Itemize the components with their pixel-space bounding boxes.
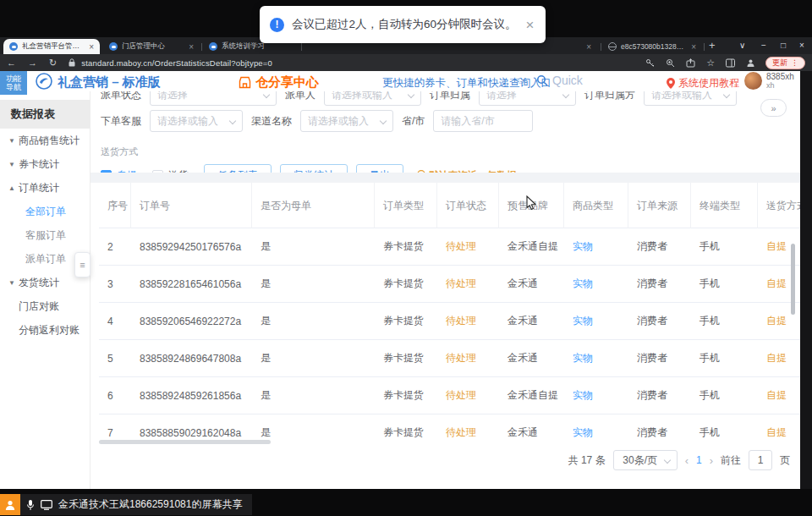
current-page[interactable]: 1 (696, 454, 702, 466)
profile-icon[interactable] (746, 58, 755, 68)
window-close-button[interactable]: × (799, 41, 804, 51)
filter-row-1: 派单状态 派单人 订单归属 订单归属方 (91, 91, 800, 106)
page-size-select[interactable]: 30条/页 (613, 450, 678, 470)
sidebar-item-label: 商品销售统计 (19, 134, 80, 148)
table-row[interactable]: 7 83858859029162048a 是 券卡提货 待处理 金禾通 实物 消… (99, 414, 800, 443)
filter-label: 下单客服 (101, 114, 141, 129)
channel-name-select[interactable] (300, 110, 393, 132)
nav-toggle-line1: 功能 (6, 74, 21, 83)
expand-filters-button[interactable]: » (760, 99, 787, 117)
prev-page-button[interactable]: ‹ (685, 454, 689, 467)
cell-source: 消费者 (628, 388, 691, 403)
quick-search[interactable]: Quick (536, 74, 583, 87)
filter-label: 派单人 (285, 91, 315, 102)
brand-logo-icon (36, 73, 52, 93)
person-icon (4, 499, 16, 511)
table-row[interactable]: 6 83858924859261856a 是 券卡提货 待处理 金禾通自提 实物… (99, 377, 800, 414)
tab-close-icon[interactable]: × (586, 42, 591, 52)
sidebar-item-label: 门店对账 (19, 299, 59, 314)
browser-tab[interactable]: 门店管理中心 × (103, 39, 200, 54)
chrome-update-button[interactable]: 更新 ⋮ (765, 57, 805, 69)
cell-order-no: 83858859029162048a (131, 427, 252, 439)
tutorial-link[interactable]: 系统使用教程 (667, 76, 739, 91)
orders-table: 序号 订单号 是否为母单 订单类型 订单状态 预售品牌 商品类型 订单来源 终端… (99, 183, 800, 443)
sidebar-item-rebate-reconcile[interactable]: 分销返利对账 (0, 318, 90, 342)
sidebar-item-service-orders[interactable]: 客服订单 (0, 223, 90, 247)
tab-separator (704, 43, 705, 51)
tutorial-label: 系统使用教程 (678, 76, 739, 91)
browser-tab[interactable]: e8c573080b1328a258fd2e6... × (602, 39, 702, 54)
cell-product-type[interactable]: 实物 (564, 314, 628, 328)
zoom-icon[interactable] (666, 58, 675, 68)
new-tab-button[interactable]: + (709, 39, 716, 52)
tab-close-icon[interactable]: × (189, 42, 194, 52)
column-header: 订单来源 (628, 183, 691, 228)
table-row[interactable]: 3 83859228165461056a 是 券卡提货 待处理 金禾通 实物 消… (99, 266, 800, 303)
order-owner-input[interactable] (480, 91, 575, 105)
reload-icon[interactable]: ↻ (49, 58, 57, 69)
back-icon[interactable]: ← (7, 58, 16, 68)
quick-label: Quick (552, 74, 583, 87)
window-maximize-button[interactable]: □ (781, 41, 786, 51)
cell-product-type[interactable]: 实物 (564, 351, 628, 365)
bookmark-star-icon[interactable]: ☆ (706, 58, 715, 69)
cell-is-parent: 是 (252, 351, 375, 365)
sidebar-item-order-stats[interactable]: ▲ 订单统计 (0, 176, 90, 200)
key-icon[interactable] (645, 58, 655, 68)
sidebar-item-coupon-stats[interactable]: ▼ 券卡统计 (0, 152, 90, 176)
sidebar-collapse-handle[interactable]: ≡ (74, 252, 91, 277)
sharer-avatar (0, 494, 20, 515)
province-city-field[interactable] (433, 110, 533, 132)
dispatch-status-input[interactable] (151, 91, 276, 105)
cell-product-type[interactable]: 实物 (564, 388, 628, 403)
goto-label: 前往 (721, 453, 741, 468)
table-row[interactable]: 4 83859206546922272a 是 券卡提货 待处理 金禾通 实物 消… (99, 303, 800, 340)
window-minimize-button[interactable]: − (761, 41, 766, 51)
nav-toggle-button[interactable]: 功能 导航 (0, 71, 27, 95)
collapse-arrow-icon[interactable]: ▼ (8, 161, 19, 168)
dispatch-status-select[interactable] (150, 91, 277, 106)
tab-close-icon[interactable]: × (691, 42, 696, 52)
sidebar-item-all-orders[interactable]: 全部订单 (0, 200, 90, 223)
cell-product-type[interactable]: 实物 (564, 277, 628, 291)
table-row[interactable]: 5 83858924869647808a 是 券卡提货 待处理 金禾通 实物 消… (99, 340, 800, 377)
collapse-arrow-icon[interactable]: ▼ (8, 137, 19, 145)
tab-search-icon[interactable]: ∨ (739, 41, 745, 51)
side-panel-icon[interactable] (726, 58, 735, 68)
user-avatar[interactable] (744, 72, 762, 90)
province-city-input[interactable] (434, 111, 532, 131)
forward-icon[interactable]: → (28, 58, 37, 68)
browser-tab-active[interactable]: 礼盒营销平台管理中心 × (3, 39, 100, 54)
tab-separator (201, 43, 202, 51)
collapse-arrow-icon[interactable]: ▲ (8, 184, 19, 192)
cell-source: 消费者 (628, 277, 691, 291)
tab-close-icon[interactable]: × (89, 42, 94, 52)
order-owner-party-select[interactable] (644, 91, 737, 106)
dispatcher-input[interactable] (325, 91, 420, 105)
collapse-arrow-icon[interactable]: ▼ (8, 279, 19, 287)
share-center-link[interactable]: 仓分享中心 (239, 74, 319, 91)
horizontal-scrollbar[interactable] (99, 440, 271, 444)
cell-brand: 金禾通 (499, 277, 564, 291)
menu-dots-icon[interactable]: ⋮ (791, 58, 798, 67)
share-icon[interactable] (686, 58, 695, 68)
screen-share-indicator[interactable]: 金禾通技术王斌18662591081的屏幕共享 (0, 494, 252, 515)
cell-product-type[interactable]: 实物 (564, 425, 628, 440)
dispatcher-select[interactable] (324, 91, 421, 106)
order-owner-select[interactable] (479, 91, 576, 106)
next-page-button[interactable]: › (710, 454, 713, 467)
table-row[interactable]: 2 83859294250176576a 是 券卡提货 待处理 金禾通自提 实物… (99, 228, 800, 266)
cell-terminal: 手机 (691, 388, 758, 403)
toast-close-icon[interactable]: × (526, 18, 535, 32)
cell-order-type: 券卡提货 (375, 239, 437, 254)
order-agent-select[interactable] (150, 110, 243, 132)
sidebar-item-product-sales[interactable]: ▼ 商品销售统计 (0, 129, 90, 152)
sidebar-item-label: 订单统计 (19, 181, 59, 195)
url-bar[interactable]: standard.maboy.cn/OrderStatisticsDetail?… (81, 58, 634, 68)
vertical-scrollbar[interactable] (791, 244, 795, 315)
order-owner-party-input[interactable] (645, 91, 736, 105)
cell-status: 待处理 (437, 388, 499, 403)
sidebar-item-store-reconcile[interactable]: 门店对账 (0, 294, 90, 318)
goto-page-input[interactable] (749, 450, 772, 470)
cell-product-type[interactable]: 实物 (564, 239, 628, 254)
